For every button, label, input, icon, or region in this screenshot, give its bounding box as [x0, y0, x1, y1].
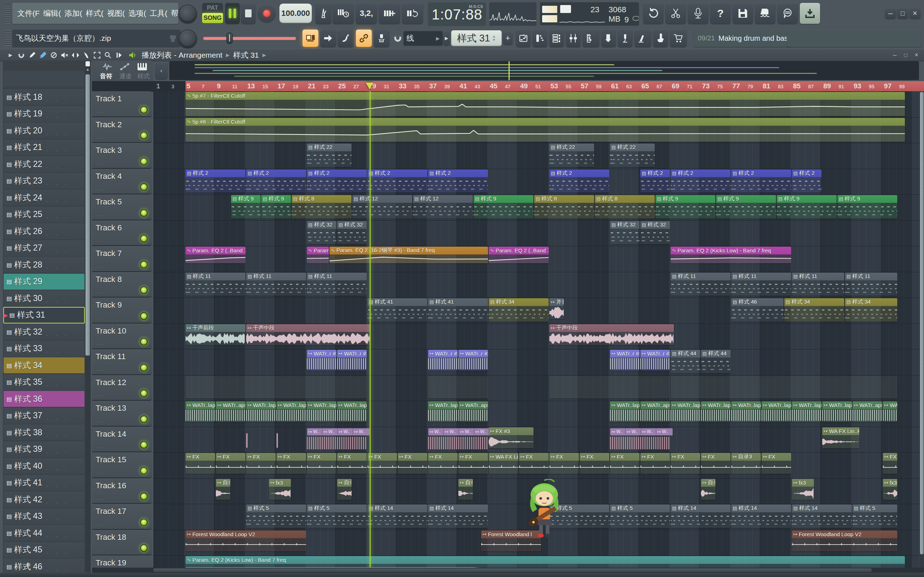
- pattern-list-item[interactable]: ▤样式 30: [3, 290, 84, 306]
- clip-audio[interactable]: ↦WA FX Lin..PM 11 #2: [822, 427, 859, 448]
- record-audio-button[interactable]: [688, 3, 708, 24]
- clip-audio[interactable]: ↦自录3: [337, 479, 352, 500]
- track-header[interactable]: Track 11...: [92, 349, 152, 375]
- pattern-list-item[interactable]: ▤样式 29: [3, 274, 84, 290]
- track-options-dots[interactable]: ...: [96, 263, 103, 269]
- next-empty-pattern-button[interactable]: [320, 29, 336, 47]
- clip-pattern[interactable]: ▤样式 8: [534, 195, 594, 219]
- track-header[interactable]: Track 7...: [92, 246, 152, 272]
- clip-pattern[interactable]: ▤样式 32: [337, 221, 367, 245]
- track-header[interactable]: Track 6...: [92, 220, 152, 246]
- clip-audio[interactable]: ↦FX: [670, 453, 700, 474]
- help-button[interactable]: ?: [710, 3, 730, 24]
- clip-mini-group[interactable]: ↦ W..↦ W..↦ W..↦ W..: [307, 428, 367, 450]
- pattern-list-item[interactable]: ▤样式 23: [3, 173, 84, 189]
- window-maximize-button[interactable]: □: [897, 8, 908, 19]
- clip-audio[interactable]: ↦FX: [580, 453, 609, 474]
- clip-pattern[interactable]: ▤样式 46: [731, 298, 783, 322]
- clip-pattern[interactable]: ▤样式 9: [656, 195, 716, 219]
- clip-audio[interactable]: ↦FX: [216, 453, 246, 474]
- mini-clip[interactable]: ↦ W..: [307, 428, 324, 436]
- cut-button[interactable]: [666, 3, 686, 24]
- clip-audio[interactable]: ↦Forest Woodland Loop V2: [186, 530, 306, 551]
- pattern-list-item[interactable]: ▤样式 36: [3, 391, 84, 407]
- playlist-magnet-icon[interactable]: [16, 50, 27, 60]
- clip-pattern[interactable]: ▤样式 2: [792, 169, 822, 193]
- tab-notes-label[interactable]: 音符: [100, 72, 112, 81]
- pattern-list-scrollbar[interactable]: ▲: [85, 61, 90, 572]
- master-volume-knob[interactable]: [178, 5, 197, 23]
- track-led-button[interactable]: [140, 544, 148, 552]
- pat-mode-button[interactable]: PAT: [202, 3, 223, 13]
- track-options-dots[interactable]: ...: [96, 160, 103, 166]
- clip-audio[interactable]: ↦WATr..laps: [246, 401, 276, 422]
- clip-audio[interactable]: ↦WATr..laps: [276, 401, 306, 422]
- clip-audio[interactable]: ↦FX: [337, 453, 367, 474]
- select-tool-button[interactable]: [92, 50, 102, 60]
- clip-pattern[interactable]: ▤样式 11: [792, 272, 844, 296]
- track-led-button[interactable]: [140, 235, 148, 242]
- track-header[interactable]: Track 16...: [92, 478, 152, 504]
- clip-pattern[interactable]: ▤样式 32: [307, 221, 336, 245]
- track-header[interactable]: Track 12...: [92, 375, 152, 401]
- clip-audio[interactable]: ↦干声前段: [186, 324, 246, 345]
- time-display[interactable]: M:S:CS 1:07:88: [428, 2, 486, 25]
- clip-audio[interactable]: ↦WATr..laps: [610, 401, 640, 422]
- clip-pattern[interactable]: ▤样式 11: [186, 272, 246, 296]
- mute-tool-button[interactable]: [59, 50, 70, 60]
- clip-audio[interactable]: ↦fx3: [792, 479, 814, 500]
- track-lane[interactable]: ∿Param. EQ 2 (..Band 7 freq∿Param. E∿Par…: [153, 246, 920, 272]
- clip-audio[interactable]: ↦并音..响: [549, 298, 564, 319]
- song-mode-button[interactable]: SONG: [202, 13, 223, 23]
- pattern-list-item[interactable]: ▤样式 22: [3, 156, 84, 172]
- playlist-minimize-button[interactable]: –: [889, 50, 900, 60]
- track-options-dots[interactable]: ...: [96, 288, 103, 295]
- track-lane[interactable]: ∿5p #7 - FilterCtl Cutoff: [153, 91, 920, 118]
- clip-pattern[interactable]: ▤样式 2: [549, 169, 609, 193]
- track-header[interactable]: Track 15...: [92, 452, 152, 478]
- clip-pattern[interactable]: ▤样式 22: [549, 143, 594, 167]
- pattern-prev-button[interactable]: ▶: [443, 31, 450, 45]
- plugin-picker-button[interactable]: [601, 29, 616, 47]
- track-options-dots[interactable]: ...: [96, 108, 103, 114]
- track-options-dots[interactable]: ...: [96, 495, 103, 501]
- clip-pattern[interactable]: ▤样式 2: [670, 169, 730, 193]
- countdown-button[interactable]: 3,2,: [356, 3, 377, 24]
- track-led-button[interactable]: [140, 467, 148, 475]
- track-lane[interactable]: ↦干声前段↦干声中段↦干声中段: [153, 324, 920, 350]
- window-close-button[interactable]: ×: [909, 8, 921, 19]
- track-options-dots[interactable]: ...: [96, 134, 103, 140]
- mini-clip[interactable]: ↦ W..: [322, 428, 339, 436]
- automation-tab-icon[interactable]: [120, 63, 129, 71]
- clip-audio[interactable]: ↦fx3: [883, 479, 897, 500]
- link-button[interactable]: [356, 29, 372, 47]
- clip-auto[interactable]: ∿5p #8 - FilterCtl Cutoff: [186, 118, 905, 142]
- pattern-add-button[interactable]: +: [503, 32, 512, 45]
- clip-audio[interactable]: ↦WATr..r #2: [307, 350, 336, 371]
- clip-pattern[interactable]: ▤样式 14: [428, 504, 488, 528]
- navigator-collapse-button[interactable]: ‹: [155, 62, 168, 79]
- clip-audio[interactable]: ↦WATr..r #2: [459, 350, 488, 371]
- clip-audio[interactable]: ↦FX #3: [489, 427, 533, 448]
- menu-options[interactable]: 选项(: [129, 8, 146, 18]
- playlist-menu-arrow[interactable]: ▶: [5, 50, 16, 60]
- clip-pattern[interactable]: ▤样式 41: [428, 298, 488, 322]
- paint-tool-button[interactable]: [37, 50, 48, 60]
- clip-mini-group[interactable]: ↦ W..↦ W..↦ W..↦ W..: [428, 428, 488, 450]
- clip-audio[interactable]: ↦自录3: [731, 453, 761, 474]
- mini-clip[interactable]: ↦ W..: [428, 428, 445, 436]
- clip-audio[interactable]: ↦FX: [701, 453, 730, 474]
- pattern-list-item[interactable]: ▤样式 40: [3, 458, 84, 474]
- mini-clip[interactable]: ↦ W..: [338, 428, 354, 436]
- wait-for-input-button[interactable]: [333, 3, 354, 24]
- clip-pattern[interactable]: ▤样式 11: [731, 272, 791, 296]
- save-button[interactable]: [733, 3, 753, 24]
- delete-tool-button[interactable]: [48, 50, 59, 60]
- track-options-dots[interactable]: ...: [96, 340, 103, 346]
- clip-pattern[interactable]: ▤样式 9: [716, 195, 776, 219]
- clip-pattern[interactable]: ▤样式 2: [640, 169, 670, 193]
- pattern-list-item[interactable]: ▤样式 18: [3, 89, 84, 105]
- pattern-list-item[interactable]: ▤样式 39: [3, 442, 84, 457]
- record-button[interactable]: [258, 4, 276, 23]
- clip-audio[interactable]: ↦WATr..laps: [822, 401, 852, 422]
